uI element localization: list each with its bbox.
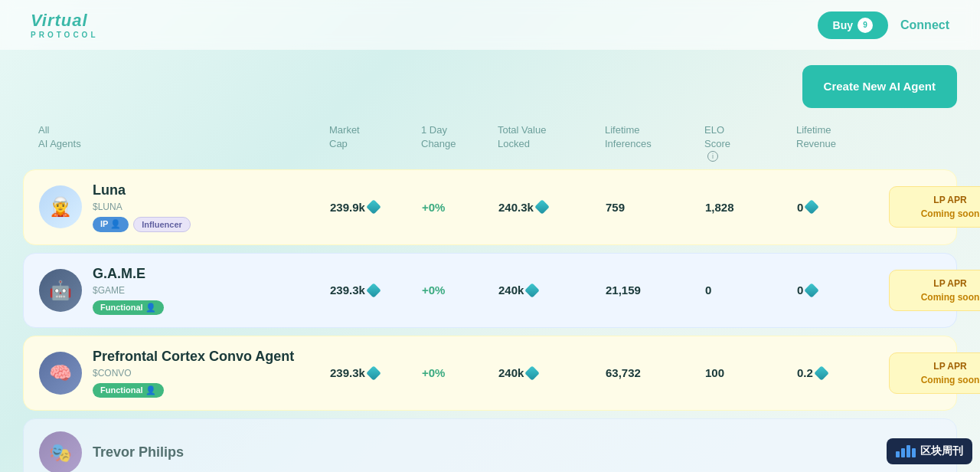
gem-icon <box>524 365 540 381</box>
col-lifetime-revenue: Lifetime Revenue <box>796 123 888 162</box>
agent-info-game: 🤖 G.A.M.E $GAME Functional 👤 <box>39 266 330 315</box>
create-button-row: Create New AI Agent <box>23 65 957 108</box>
agent-tags-game: Functional 👤 <box>93 300 164 315</box>
convo-market-cap: 239.3k <box>330 366 422 379</box>
tag-functional-convo: Functional 👤 <box>93 383 164 398</box>
convo-lp-apr: LP APR Coming soon <box>889 352 980 394</box>
luna-market-cap: 239.9k <box>330 201 422 214</box>
convo-lifetime-inferences: 63,732 <box>606 366 705 379</box>
buy-button[interactable]: Buy 9 <box>818 11 888 39</box>
gem-icon <box>366 365 381 381</box>
luna-lifetime-inferences: 759 <box>606 201 705 214</box>
agent-row-trevor[interactable]: 🎭 Trevor Philips <box>23 418 957 472</box>
agent-avatar-luna: 🧝 <box>39 185 82 228</box>
tag-influencer: Influencer <box>133 217 191 232</box>
agent-tags-convo: Functional 👤 <box>93 383 294 398</box>
luna-lp-apr: LP APR Coming soon <box>889 186 980 228</box>
buy-label: Buy <box>833 19 853 31</box>
agent-details-trevor: Trevor Philips <box>93 444 184 461</box>
agent-ticker-luna: $LUNA <box>93 202 191 212</box>
game-lifetime-revenue: 0 <box>797 284 889 297</box>
col-elo-score: ELO Score i <box>704 123 796 162</box>
gem-icon <box>804 199 819 215</box>
create-agent-button[interactable]: Create New AI Agent <box>802 65 957 108</box>
luna-elo-score: 1,828 <box>705 201 797 214</box>
tag-functional-game: Functional 👤 <box>93 300 164 315</box>
gem-icon <box>534 199 550 215</box>
agent-ticker-convo: $CONVO <box>93 368 294 379</box>
agent-row-luna[interactable]: 🧝 Luna $LUNA IP 👤 Influencer 239.9k +0% … <box>23 169 957 245</box>
agent-avatar-trevor: 🎭 <box>39 431 82 472</box>
gem-icon <box>804 283 819 298</box>
agent-name-trevor: Trevor Philips <box>93 444 184 461</box>
agent-details-luna: Luna $LUNA IP 👤 Influencer <box>93 182 191 232</box>
logo-sub: PROTOCOL <box>31 31 98 39</box>
agent-avatar-convo: 🧠 <box>39 352 82 395</box>
luna-tvl: 240.3k <box>498 201 606 214</box>
watermark: 区块周刊 <box>887 438 972 464</box>
tag-ip: IP 👤 <box>93 217 129 232</box>
agent-row-game[interactable]: 🤖 G.A.M.E $GAME Functional 👤 239.3k +0% … <box>23 253 957 328</box>
convo-lifetime-revenue: 0.2 <box>797 366 889 379</box>
luna-day-change: +0% <box>422 201 498 214</box>
col-lifetime-inferences: Lifetime Inferences <box>605 123 704 162</box>
col-1day-change: 1 Day Change <box>421 123 498 162</box>
elo-info-icon[interactable]: i <box>707 151 718 162</box>
agent-info-convo: 🧠 Prefrontal Cortex Convo Agent $CONVO F… <box>39 349 330 398</box>
col-market-cap: Market Cap <box>329 123 421 162</box>
gem-icon <box>366 283 381 298</box>
connect-button[interactable]: Connect <box>900 18 949 32</box>
col-lp-apr <box>888 123 980 162</box>
buy-badge: 9 <box>858 18 873 33</box>
agent-info-trevor: 🎭 Trevor Philips <box>39 431 330 472</box>
game-day-change: +0% <box>422 284 498 297</box>
bar1 <box>896 451 900 457</box>
agent-details-game: G.A.M.E $GAME Functional 👤 <box>93 266 164 315</box>
agent-details-convo: Prefrontal Cortex Convo Agent $CONVO Fun… <box>93 349 294 398</box>
table-header: All AI Agents Market Cap 1 Day Change To… <box>23 123 957 169</box>
col-all-agents: All AI Agents <box>38 123 329 162</box>
agent-avatar-game: 🤖 <box>39 269 82 312</box>
game-lp-apr: LP APR Coming soon <box>889 270 980 311</box>
main-content: Create New AI Agent All AI Agents Market… <box>0 50 980 472</box>
col-tvl: Total Value Locked <box>498 123 605 162</box>
convo-day-change: +0% <box>422 366 498 379</box>
agent-row-convo[interactable]: 🧠 Prefrontal Cortex Convo Agent $CONVO F… <box>23 336 957 411</box>
logo-text: Virtual <box>31 11 88 31</box>
luna-lifetime-revenue: 0 <box>797 201 889 214</box>
game-elo-score: 0 <box>705 284 797 297</box>
watermark-bars <box>896 445 916 457</box>
agent-tags-luna: IP 👤 Influencer <box>93 217 191 232</box>
logo: Virtual PROTOCOL <box>31 11 98 39</box>
header: Virtual PROTOCOL Buy 9 Connect <box>0 0 980 50</box>
convo-elo-score: 100 <box>705 366 797 379</box>
agent-name-convo: Prefrontal Cortex Convo Agent <box>93 349 294 365</box>
gem-icon <box>814 365 829 381</box>
watermark-text: 区块周刊 <box>920 444 963 458</box>
bar2 <box>901 448 905 457</box>
agent-name-luna: Luna <box>93 182 191 198</box>
game-market-cap: 239.3k <box>330 284 422 297</box>
gem-icon <box>524 283 540 298</box>
gem-icon <box>366 199 381 215</box>
agent-info-luna: 🧝 Luna $LUNA IP 👤 Influencer <box>39 182 330 232</box>
game-tvl: 240k <box>498 284 606 297</box>
game-lifetime-inferences: 21,159 <box>606 284 705 297</box>
header-right: Buy 9 Connect <box>818 11 949 39</box>
bar4 <box>912 448 916 457</box>
convo-tvl: 240k <box>498 366 606 379</box>
agent-ticker-game: $GAME <box>93 285 164 296</box>
bar3 <box>906 445 910 457</box>
agent-name-game: G.A.M.E <box>93 266 164 282</box>
